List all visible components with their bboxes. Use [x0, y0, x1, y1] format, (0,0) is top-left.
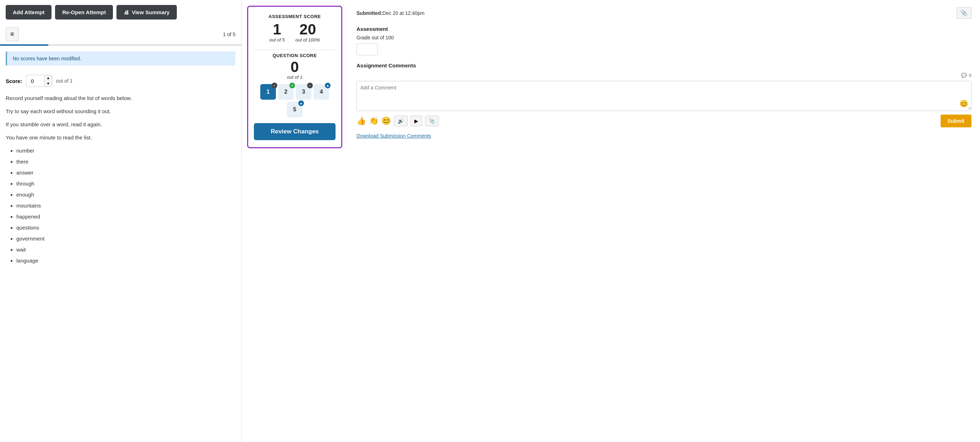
list-item: enough [16, 190, 235, 200]
assessment-score-title: ASSESSMENT SCORE [269, 14, 321, 19]
question-nav-btn-4[interactable]: 4● [313, 84, 329, 100]
score-1-sub: out of 5 [269, 37, 285, 43]
q-badge-5: ● [298, 100, 304, 106]
grade-label: Grade out of 100 [356, 35, 972, 40]
q-badge-2: ✓ [290, 82, 295, 88]
question-content: Record yourself reading aloud the list o… [0, 90, 241, 272]
list-item: number [16, 146, 235, 155]
list-item: wait [16, 245, 235, 254]
add-attempt-button[interactable]: Add Attempt [6, 5, 51, 19]
list-item: questions [16, 223, 235, 232]
nav-bar: ≡ 1 of 5 [0, 24, 241, 44]
attach-tool-button[interactable]: 📎 [425, 116, 439, 126]
score-2-sub: out of 100% [296, 37, 320, 43]
score-out-of-label: out of 1 [56, 78, 73, 84]
info-banner-text: No scores have been modified. [13, 56, 81, 61]
list-item: there [16, 157, 235, 166]
list-item: mountains [16, 201, 235, 210]
score-spinners: ▲ ▼ [44, 75, 52, 87]
list-item: government [16, 234, 235, 243]
audio-tool-button[interactable]: 🔊 [394, 116, 407, 126]
progress-bar-container [0, 44, 241, 46]
question-nav: 1−2✓3−4●5● [254, 84, 336, 117]
list-item: through [16, 179, 235, 189]
list-item: language [16, 256, 235, 265]
instruction-line-1: Record yourself reading aloud the list o… [6, 93, 235, 103]
reaction-thumbsup[interactable]: 👍 [356, 116, 366, 125]
middle-panel: ASSESSMENT SCORE 1 out of 5 20 out of 10… [242, 0, 348, 442]
comment-tools: 👍 👏 😊 🔊 ▶ 📎 Submit [356, 114, 972, 127]
toolbar: Add Attempt Re-Open Attempt 🖨 View Summa… [0, 0, 241, 24]
print-icon: 🖨 [124, 9, 129, 15]
question-nav-btn-5[interactable]: 5● [287, 102, 302, 117]
emoji-inline-button[interactable]: 😊 [959, 99, 968, 108]
score-2-value: 20 [296, 22, 320, 37]
download-submission-link[interactable]: Download Submission Comments [356, 133, 972, 139]
submit-comment-button[interactable]: Submit [940, 114, 972, 127]
comments-section-title: Assignment Comments [356, 62, 972, 68]
question-nav-btn-1[interactable]: 1− [260, 84, 276, 100]
score-label: Score: [6, 78, 22, 84]
hamburger-menu-button[interactable]: ≡ [6, 27, 19, 41]
attach-button[interactable]: 📎 [956, 7, 972, 19]
question-score-sub: out of 1 [287, 74, 302, 80]
review-changes-button[interactable]: Review Changes [254, 123, 336, 140]
submitted-row: Submitted:Dec 20 at 12:40pm 📎 [356, 7, 972, 19]
score-input-wrapper: ▲ ▼ [26, 75, 52, 87]
page-indicator: 1 of 5 [223, 32, 235, 37]
right-panel: Submitted:Dec 20 at 12:40pm 📎 Assessment… [348, 0, 980, 442]
assessment-score-values: 1 out of 5 20 out of 100% [269, 22, 320, 43]
score-down-button[interactable]: ▼ [45, 81, 52, 87]
score-out-of-100-group: 20 out of 100% [296, 22, 320, 43]
comments-section: Assignment Comments 💬 0 😊 👍 👏 😊 🔊 ▶ 📎 Su… [356, 62, 972, 139]
score-1-value: 1 [269, 22, 285, 37]
comment-textarea[interactable] [357, 81, 971, 109]
left-panel: Add Attempt Re-Open Attempt 🖨 View Summa… [0, 0, 242, 442]
view-summary-button[interactable]: 🖨 View Summary [116, 5, 177, 19]
q-badge-3: − [307, 82, 313, 88]
question-score-title: QUESTION SCORE [273, 53, 317, 58]
comment-textarea-wrapper: 😊 [356, 81, 972, 111]
grade-input[interactable] [356, 43, 378, 55]
assessment-title: Assessment [356, 26, 972, 32]
assessment-section: Assessment Grade out of 100 [356, 26, 972, 55]
video-tool-button[interactable]: ▶ [410, 116, 422, 126]
comment-icon: 💬 [961, 73, 967, 78]
submitted-label: Submitted: [356, 10, 382, 16]
list-item: answer [16, 168, 235, 177]
q-badge-4: ● [325, 82, 331, 88]
submitted-value: Dec 20 at 12:40pm [382, 10, 424, 16]
card-divider [254, 50, 336, 50]
q-badge-1: − [272, 82, 277, 88]
submitted-text: Submitted:Dec 20 at 12:40pm [356, 10, 424, 16]
question-nav-btn-3[interactable]: 3− [296, 84, 312, 100]
instruction-line-2: Try to say each word without sounding it… [6, 106, 235, 116]
score-out-of-5-group: 1 out of 5 [269, 22, 285, 43]
list-item: happened [16, 212, 235, 221]
score-card: ASSESSMENT SCORE 1 out of 5 20 out of 10… [247, 6, 342, 148]
score-up-button[interactable]: ▲ [45, 75, 52, 81]
reaction-smile[interactable]: 😊 [381, 116, 391, 125]
word-list: numberthereanswerthroughenoughmountainsh… [6, 146, 235, 265]
reopen-attempt-button[interactable]: Re-Open Attempt [55, 5, 113, 19]
score-row: Score: ▲ ▼ out of 1 [0, 71, 241, 90]
comment-count-row: 💬 0 [356, 73, 972, 78]
question-score-value: 0 [290, 60, 299, 74]
question-nav-btn-2[interactable]: 2✓ [278, 84, 294, 100]
info-banner: No scores have been modified. [6, 51, 235, 66]
comment-count: 0 [969, 73, 972, 78]
instruction-line-4: You have one minute to read the list. [6, 133, 235, 142]
score-input[interactable] [26, 76, 44, 86]
instruction-line-3: If you stumble over a word, read it agai… [6, 120, 235, 129]
reaction-clap[interactable]: 👏 [369, 116, 379, 125]
progress-bar-fill [0, 44, 48, 46]
